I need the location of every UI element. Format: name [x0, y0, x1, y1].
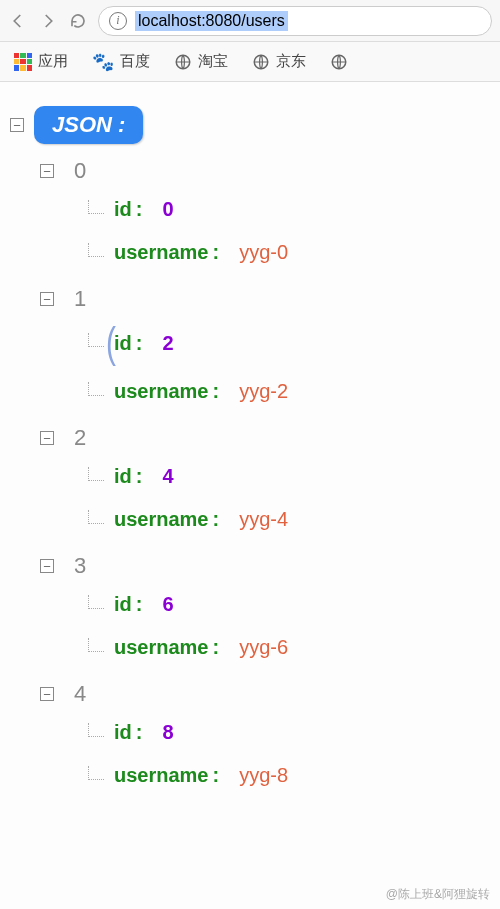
collapse-toggle[interactable]: −	[40, 164, 54, 178]
bookmark-label: 应用	[38, 52, 68, 71]
colon: :	[213, 764, 220, 787]
json-key: username	[114, 764, 209, 787]
bookmark-baidu[interactable]: 🐾 百度	[92, 51, 150, 73]
tree-property-row: username:yyg-0	[88, 231, 490, 274]
url-text: localhost:8080/users	[135, 11, 288, 31]
tree-property-row: id:4	[88, 455, 490, 498]
bookmark-more[interactable]	[330, 53, 348, 71]
address-bar[interactable]: i localhost:8080/users	[98, 6, 492, 36]
collapse-toggle[interactable]: −	[40, 559, 54, 573]
json-viewer: − JSON : −0id:0username:yyg-0−1(id:2user…	[0, 82, 500, 821]
bookmarks-bar: 应用 🐾 百度 淘宝 京东	[0, 42, 500, 82]
collapse-toggle[interactable]: −	[40, 431, 54, 445]
globe-icon	[174, 53, 192, 71]
tree-property-row: username:yyg-2	[88, 370, 490, 413]
json-value-number: 8	[162, 721, 173, 744]
json-key: id	[114, 465, 132, 488]
tree-connector-icon	[88, 200, 104, 214]
tree-entry: −1(id:2username:yyg-2	[16, 280, 490, 413]
json-value-string: yyg-8	[239, 764, 288, 787]
tree-index-label: 1	[74, 286, 86, 312]
tree-connector-icon	[88, 510, 104, 524]
json-key: username	[114, 241, 209, 264]
tree-entry: −2id:4username:yyg-4	[16, 419, 490, 541]
json-value-string: yyg-2	[239, 380, 288, 403]
colon: :	[213, 241, 220, 264]
json-key: id	[114, 721, 132, 744]
json-key: username	[114, 380, 209, 403]
tree-index-row: −1	[40, 280, 490, 316]
colon: :	[213, 508, 220, 531]
json-value-string: yyg-4	[239, 508, 288, 531]
json-key: id	[114, 332, 132, 355]
json-value-string: yyg-6	[239, 636, 288, 659]
tree-property-row: id:6	[88, 583, 490, 626]
globe-icon	[252, 53, 270, 71]
bookmark-taobao[interactable]: 淘宝	[174, 52, 228, 71]
tree-index-row: −3	[40, 547, 490, 583]
tree-connector-icon	[88, 766, 104, 780]
colon: :	[136, 593, 143, 616]
json-key: username	[114, 508, 209, 531]
json-value-number: 4	[162, 465, 173, 488]
globe-icon	[330, 53, 348, 71]
bookmark-label: 百度	[120, 52, 150, 71]
tree-connector-icon	[88, 467, 104, 481]
tree-index-label: 4	[74, 681, 86, 707]
json-key: username	[114, 636, 209, 659]
colon: :	[213, 380, 220, 403]
tree-property-row: username:yyg-6	[88, 626, 490, 669]
forward-button[interactable]	[38, 11, 58, 31]
collapse-toggle[interactable]: −	[40, 687, 54, 701]
tree-property-row: username:yyg-4	[88, 498, 490, 541]
tree-index-label: 0	[74, 158, 86, 184]
watermark: @陈上班&阿狸旋转	[386, 886, 490, 903]
site-info-icon[interactable]: i	[109, 12, 127, 30]
json-value-number: 2	[162, 332, 173, 355]
tree-connector-icon	[88, 723, 104, 737]
colon: :	[136, 465, 143, 488]
tree-property-row: id:0	[88, 188, 490, 231]
bookmark-jd[interactable]: 京东	[252, 52, 306, 71]
tree-index-label: 3	[74, 553, 86, 579]
bookmark-label: 京东	[276, 52, 306, 71]
colon: :	[136, 332, 143, 355]
tree-connector-icon	[88, 333, 104, 347]
colon: :	[136, 198, 143, 221]
collapse-toggle[interactable]: −	[40, 292, 54, 306]
json-value-string: yyg-0	[239, 241, 288, 264]
tree-entry: −3id:6username:yyg-6	[16, 547, 490, 669]
json-key: id	[114, 198, 132, 221]
colon: :	[136, 721, 143, 744]
tree-index-row: −0	[40, 152, 490, 188]
json-key: id	[114, 593, 132, 616]
back-button[interactable]	[8, 11, 28, 31]
colon: :	[213, 636, 220, 659]
tree-connector-icon	[88, 595, 104, 609]
bookmark-label: 淘宝	[198, 52, 228, 71]
reload-button[interactable]	[68, 11, 88, 31]
bookmark-apps[interactable]: 应用	[14, 52, 68, 71]
tree-index-label: 2	[74, 425, 86, 451]
baidu-paw-icon: 🐾	[92, 51, 114, 73]
json-value-number: 0	[162, 198, 173, 221]
tree-entry: −0id:0username:yyg-0	[16, 152, 490, 274]
tree-connector-icon	[88, 243, 104, 257]
browser-toolbar: i localhost:8080/users	[0, 0, 500, 42]
tree-connector-icon	[88, 382, 104, 396]
tree-property-row: id:8	[88, 711, 490, 754]
tree-entry: −4id:8username:yyg-8	[16, 675, 490, 797]
collapse-toggle[interactable]: −	[10, 118, 24, 132]
json-value-number: 6	[162, 593, 173, 616]
tree-index-row: −4	[40, 675, 490, 711]
json-root-badge: JSON :	[34, 106, 143, 144]
brace-hint-icon: (	[106, 319, 116, 367]
tree-index-row: −2	[40, 419, 490, 455]
tree-property-row: (id:2	[88, 316, 490, 370]
tree-property-row: username:yyg-8	[88, 754, 490, 797]
tree-connector-icon	[88, 638, 104, 652]
apps-grid-icon	[14, 53, 32, 71]
